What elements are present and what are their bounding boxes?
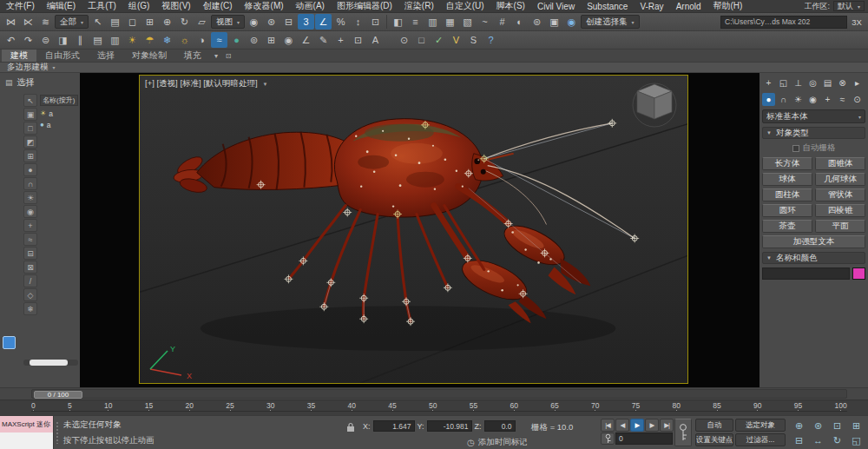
primitive-button[interactable]: 圆环 — [762, 204, 812, 217]
primitive-button[interactable]: 长方体 — [762, 157, 812, 170]
scene-object-row[interactable]: ● a — [40, 119, 79, 130]
helpers-category-icon[interactable]: + — [821, 93, 834, 106]
unlink-selection-icon[interactable]: ⋉ — [20, 14, 36, 30]
primitive-category-dropdown[interactable]: 标准基本体 ▾ — [762, 109, 865, 123]
window-crossing-toggle-icon[interactable]: ⊞ — [141, 14, 158, 30]
environment-icon[interactable]: ≈ — [211, 32, 227, 48]
set-key-button[interactable]: 设置关键点 — [695, 433, 733, 446]
primitive-button[interactable]: 加强型文本 — [762, 235, 865, 248]
mirror-tool-icon[interactable]: ◨ — [55, 32, 71, 48]
pan-view-icon[interactable]: ↔ — [809, 433, 827, 447]
explorer-helpers-filter-icon[interactable]: + — [23, 219, 37, 232]
primitive-button[interactable]: 茶壶 — [762, 220, 812, 233]
state-sets-icon[interactable]: ⊞ — [263, 32, 279, 48]
current-frame-field[interactable]: 0 — [615, 432, 673, 445]
macro-recorder-line[interactable]: MAXScript 迷你 — [0, 416, 53, 432]
display-toggle-icon[interactable]: □ — [413, 32, 430, 48]
checkmark-icon[interactable]: ✓ — [431, 32, 447, 48]
explorer-frozen-filter-icon[interactable]: ❄ — [23, 302, 37, 315]
ribbon-tab-freeform[interactable]: 自由形式 — [36, 50, 89, 62]
toggle-layer-explorer-icon[interactable]: ▦ — [442, 14, 458, 30]
ribbon-minimize-icon[interactable]: ▾ — [210, 50, 222, 62]
bind-to-space-warp-icon[interactable]: ≋ — [37, 14, 54, 30]
zoom-all-icon[interactable]: ⊛ — [809, 419, 827, 432]
primitive-button[interactable]: 平面 — [815, 220, 865, 233]
primitive-button[interactable]: 球体 — [762, 173, 812, 186]
zoom-extents-all-icon[interactable]: ⊞ — [847, 419, 865, 432]
menu-item[interactable]: 创建(C) — [197, 0, 239, 13]
menu-item[interactable]: Arnold — [670, 0, 707, 13]
view-cube[interactable] — [627, 79, 682, 128]
lights-category-icon[interactable]: ☀ — [792, 93, 805, 106]
menu-item[interactable]: 帮助(H) — [707, 0, 749, 13]
primitive-button[interactable]: 圆柱体 — [762, 188, 812, 201]
scene-object-row[interactable]: ☀ a — [40, 108, 79, 119]
toggle-scene-explorer-icon[interactable]: ▥ — [424, 14, 441, 30]
explorer-select-all-icon[interactable]: ▣ — [23, 108, 37, 121]
object-type-rollout[interactable]: ▼ 对象类型 — [762, 127, 865, 139]
explorer-cameras-filter-icon[interactable]: ◉ — [23, 205, 37, 218]
primitive-button[interactable]: 管状体 — [815, 188, 865, 201]
modify-tab-icon[interactable]: ◱ — [777, 76, 790, 89]
zoom-icon[interactable]: ⊕ — [790, 419, 808, 432]
spinner-snap-icon[interactable]: ↕ — [350, 14, 366, 30]
key-mode-toggle[interactable] — [601, 432, 615, 445]
align-icon[interactable]: ≡ — [407, 14, 424, 30]
vray-toolbar-icon[interactable]: V — [448, 32, 464, 48]
primitive-button[interactable]: 几何球体 — [815, 173, 865, 186]
snap-toggle-3d-icon[interactable]: 3 — [298, 14, 314, 30]
perspective-viewport[interactable]: [+] [透视] [标准] [默认明暗处理] ▼ X Y — [139, 75, 688, 384]
orbit-icon[interactable]: ↻ — [828, 433, 846, 447]
z-coordinate-field[interactable]: 0.0 — [484, 420, 516, 432]
workspace-dropdown[interactable]: 默认 ▾ — [833, 1, 865, 11]
scene-explorer-toolbar-icon[interactable]: ▥ — [107, 32, 123, 48]
zoom-region-icon[interactable]: ⊟ — [790, 433, 808, 447]
percent-snap-icon[interactable]: % — [332, 14, 349, 30]
motion-tab-icon[interactable]: ◎ — [806, 76, 819, 89]
auto-key-button[interactable]: 自动 — [695, 419, 733, 432]
ribbon-pin-icon[interactable]: ⊡ — [222, 50, 234, 62]
object-color-swatch[interactable] — [852, 267, 865, 280]
space-warps-category-icon[interactable]: ≈ — [836, 93, 849, 106]
explorer-show-all-icon[interactable]: ⊞ — [23, 149, 37, 162]
select-object-icon[interactable]: ↖ — [89, 14, 106, 30]
hierarchy-tab-icon[interactable]: ⊥ — [792, 76, 805, 89]
help-icon[interactable]: ? — [483, 32, 499, 48]
grid-tool-icon[interactable]: + — [332, 32, 349, 48]
isolate-selection-icon[interactable]: ⊙ — [396, 32, 412, 48]
listener-line[interactable] — [0, 432, 53, 449]
explorer-lights-filter-icon[interactable]: ☀ — [23, 191, 37, 204]
previous-frame-button[interactable]: ◀ — [615, 419, 629, 432]
menu-item[interactable]: 脚本(S) — [490, 0, 531, 13]
maximize-viewport-toggle-icon[interactable]: ◱ — [847, 433, 865, 447]
menu-item[interactable]: 自定义(U) — [440, 0, 490, 13]
clone-tool-icon[interactable]: ⊡ — [350, 32, 366, 48]
menu-item[interactable]: 工具(T) — [82, 0, 122, 13]
align-tool-icon[interactable]: ∥ — [72, 32, 89, 48]
go-to-start-button[interactable]: |◀ — [601, 419, 615, 432]
explorer-hscrollbar[interactable] — [23, 360, 78, 366]
menu-item[interactable]: Substance — [581, 0, 634, 13]
select-and-manipulate-icon[interactable]: ⊛ — [263, 14, 279, 30]
crayfish-model[interactable] — [173, 119, 635, 324]
rectangular-selection-region-icon[interactable]: ◻ — [124, 14, 141, 30]
scrollbar-thumb[interactable] — [30, 360, 68, 366]
viewport-layout-tab[interactable] — [3, 336, 16, 349]
camera-tool-icon[interactable]: ◉ — [280, 32, 297, 48]
explorer-bones-filter-icon[interactable]: / — [23, 274, 37, 287]
panel-expand-icon[interactable]: ▸ — [851, 76, 864, 89]
rendered-frame-window-icon[interactable]: ▣ — [546, 14, 562, 30]
exposure-control-icon[interactable]: ◑ — [194, 32, 210, 48]
explorer-select-none-icon[interactable]: □ — [23, 122, 37, 135]
angle-snap-icon[interactable]: ∠ — [315, 14, 332, 30]
arnold-tool-icon[interactable]: A — [367, 32, 384, 48]
snowflake-icon[interactable]: ❄ — [159, 32, 175, 48]
project-path-field[interactable]: C:\Users\Cy…ds Max 202 — [720, 16, 847, 29]
selected-objects-dropdown[interactable]: 选定对象 — [735, 419, 786, 432]
selection-filter-dropdown[interactable]: 全部 ▾ — [55, 15, 89, 29]
select-by-name-icon[interactable]: ▤ — [107, 14, 123, 30]
primitive-button[interactable]: 四棱锥 — [815, 204, 865, 217]
undo-icon[interactable]: ↶ — [3, 32, 19, 48]
material-ball-icon[interactable]: ● — [228, 32, 245, 48]
measure-icon[interactable]: ∠ — [298, 32, 314, 48]
